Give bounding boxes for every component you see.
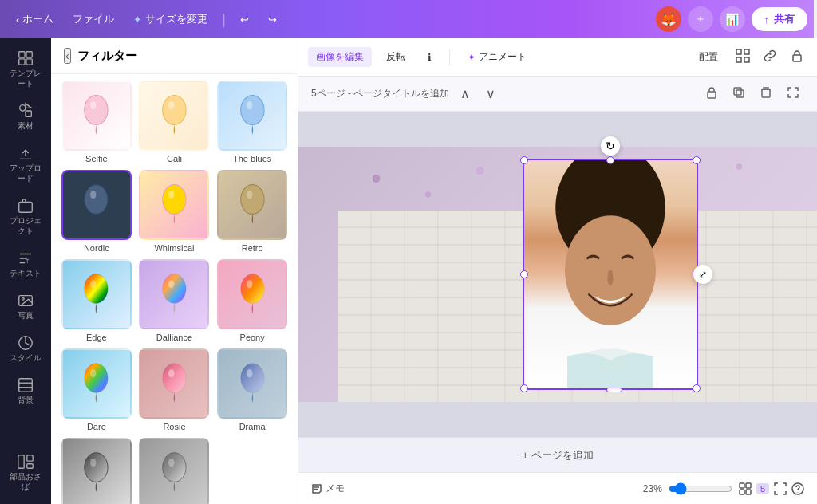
share-button[interactable]: ↑ 共有 xyxy=(752,7,808,31)
filter-item-drama[interactable]: Drama xyxy=(216,348,288,431)
undo-button[interactable]: ↩ xyxy=(234,10,255,29)
filter-name-whimsical: Whimsical xyxy=(154,243,194,253)
share-label: 共有 xyxy=(774,12,795,26)
resize-handle[interactable]: ⤢ xyxy=(693,265,712,284)
svg-rect-5 xyxy=(26,111,31,116)
svg-point-4 xyxy=(20,105,26,111)
add-page-bar[interactable]: + ページを追加 xyxy=(298,437,817,472)
home-button[interactable]: ‹ ホーム xyxy=(10,9,60,30)
svg-text:T: T xyxy=(26,258,30,265)
redo-button[interactable]: ↪ xyxy=(262,10,283,29)
filter-item-greyscale[interactable]: Greyscale xyxy=(61,438,132,504)
page-number: 5 xyxy=(756,483,769,494)
filter-thumb-cali xyxy=(139,81,209,151)
svg-point-28 xyxy=(240,184,263,214)
sidebar-item-photo-label: 写真 xyxy=(18,311,34,321)
sidebar-item-elements[interactable]: 素材 xyxy=(5,97,46,136)
filter-item-peony[interactable]: Peony xyxy=(216,259,288,342)
resize-button[interactable]: ✦ サイズを変更 xyxy=(127,9,214,30)
filter-thumb-dare xyxy=(61,348,132,419)
sidebar-item-elements-label: 素材 xyxy=(18,121,34,132)
filter-item-edge[interactable]: Edge xyxy=(61,259,132,342)
animate-button[interactable]: ✦ アニメート xyxy=(460,47,535,67)
sidebar-item-upload[interactable]: アップロード xyxy=(5,140,46,189)
redo-icon: ↪ xyxy=(268,14,277,26)
grid-view-button[interactable] xyxy=(739,482,752,495)
flip-button[interactable]: 反転 xyxy=(378,47,413,67)
svg-point-19 xyxy=(90,101,96,109)
filter-thumb-nordic xyxy=(61,170,132,240)
svg-point-42 xyxy=(85,452,108,482)
home-label: ホーム xyxy=(22,12,53,26)
sidebar-item-text[interactable]: T テキスト xyxy=(5,245,46,284)
handle-br[interactable] xyxy=(693,384,701,392)
filter-item-selfie[interactable]: Selfie xyxy=(61,81,132,163)
lock-icon-button[interactable] xyxy=(787,45,807,69)
help-button[interactable] xyxy=(791,482,804,495)
filter-name-rosie: Rosie xyxy=(163,422,185,431)
filter-back-button[interactable]: ‹ xyxy=(64,48,71,64)
page-up-button[interactable]: ∧ xyxy=(456,85,475,103)
canvas-image-container[interactable]: ↻ ⤢ xyxy=(523,159,698,390)
filter-item-nordic[interactable]: Nordic xyxy=(61,170,132,253)
link-icon-button[interactable] xyxy=(760,45,780,69)
filter-item-street[interactable]: Street xyxy=(139,438,211,504)
filter-item-blues[interactable]: The blues xyxy=(216,81,288,163)
handle-bl[interactable] xyxy=(520,384,528,392)
filter-item-rosie[interactable]: Rosie xyxy=(139,348,211,431)
filter-item-whimsical[interactable]: Whimsical xyxy=(139,170,211,253)
copy-page-button[interactable] xyxy=(728,85,750,104)
sidebar-item-style[interactable]: スタイル xyxy=(5,329,46,368)
zoom-slider[interactable] xyxy=(669,482,732,495)
expand-page-button[interactable] xyxy=(782,85,804,104)
toolbar-divider xyxy=(449,49,450,65)
filter-thumb-selfie xyxy=(61,81,132,151)
filter-thumb-greyscale xyxy=(61,438,132,504)
topbar: ‹ ホーム ファイル ✦ サイズを変更 | ↩ ↪ 🦊 ＋ 📊 ↑ 共有 xyxy=(0,0,817,38)
handle-tl[interactable] xyxy=(520,156,528,164)
svg-point-25 xyxy=(90,191,96,199)
filter-item-dalliance[interactable]: Dalliance xyxy=(139,259,211,342)
flip-label: 反転 xyxy=(386,50,405,64)
topbar-divider-1: | xyxy=(222,11,226,28)
sidebar-item-parts[interactable]: 部品おさば xyxy=(5,448,46,498)
plus-button[interactable]: ＋ xyxy=(688,6,713,32)
handle-tm[interactable] xyxy=(606,156,614,164)
edit-image-button[interactable]: 画像を編集 xyxy=(308,47,372,67)
svg-point-31 xyxy=(90,280,96,288)
file-button[interactable]: ファイル xyxy=(66,9,120,30)
svg-rect-52 xyxy=(736,90,744,97)
filter-item-retro[interactable]: Retro xyxy=(216,170,288,253)
handle-bm[interactable] xyxy=(606,388,622,392)
svg-rect-0 xyxy=(19,52,25,57)
sidebar-item-template[interactable]: テンプレート xyxy=(5,45,46,94)
handle-tr[interactable] xyxy=(693,156,701,164)
filter-item-cali[interactable]: Cali xyxy=(139,81,211,163)
sidebar-item-project[interactable]: プロジェクト xyxy=(5,192,46,242)
avatar[interactable]: 🦊 xyxy=(656,6,681,32)
svg-point-32 xyxy=(163,274,186,303)
chart-button[interactable]: 📊 xyxy=(720,6,745,32)
svg-point-44 xyxy=(163,452,186,482)
rotate-button[interactable]: ↻ xyxy=(601,136,620,156)
fullscreen-button[interactable] xyxy=(774,482,787,495)
sidebar-item-template-label: テンプレート xyxy=(8,69,43,89)
lock-page-button[interactable] xyxy=(701,85,723,104)
sidebar-item-photo[interactable]: 写真 xyxy=(5,287,46,326)
page-down-button[interactable]: ∨ xyxy=(481,85,500,103)
share-icon: ↑ xyxy=(764,14,770,26)
memo-button[interactable]: メモ xyxy=(311,482,345,495)
filter-item-dare[interactable]: Dare xyxy=(61,348,132,431)
info-icon: ℹ xyxy=(428,52,432,63)
grid-icon-button[interactable] xyxy=(732,45,753,69)
canvas-main[interactable]: ↻ ⤢ xyxy=(298,112,817,437)
delete-page-button[interactable] xyxy=(755,85,777,104)
info-button[interactable]: ℹ xyxy=(420,49,440,66)
page-number-button[interactable]: 5 xyxy=(756,483,769,494)
bottom-right-buttons: 5 xyxy=(739,482,804,495)
svg-rect-48 xyxy=(736,57,741,62)
handle-lm[interactable] xyxy=(520,270,528,278)
sidebar-item-bg[interactable]: 背景 xyxy=(5,372,46,411)
position-button[interactable]: 配置 xyxy=(691,47,726,67)
svg-rect-54 xyxy=(762,89,770,97)
